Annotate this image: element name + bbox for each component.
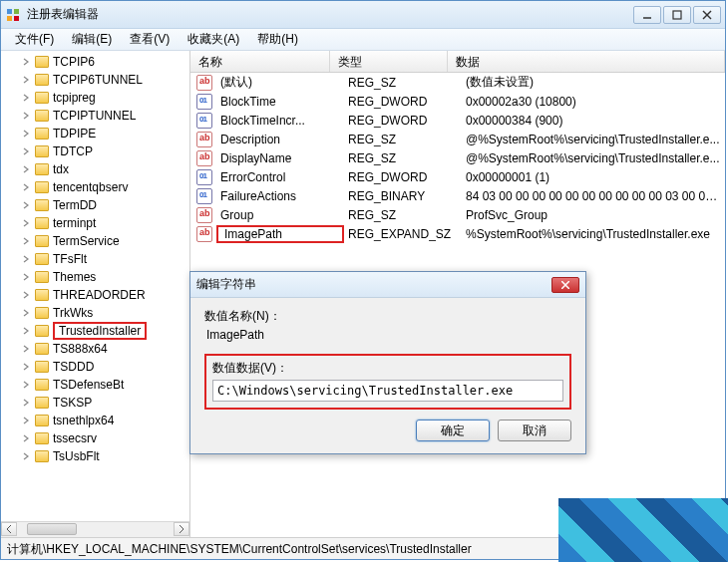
value-row[interactable]: BlockTimeREG_DWORD0x00002a30 (10800) — [190, 92, 725, 111]
tree-label: TrustedInstaller — [53, 322, 147, 340]
tree-item-trkwks[interactable]: TrkWks — [1, 304, 189, 322]
tree-item-terminpt[interactable]: terminpt — [1, 214, 189, 232]
value-data-input[interactable] — [212, 380, 563, 402]
tree-item-tdx[interactable]: tdx — [1, 160, 189, 178]
expand-arrow-icon[interactable] — [23, 218, 33, 228]
ok-button[interactable]: 确定 — [416, 420, 490, 441]
cancel-button[interactable]: 取消 — [498, 420, 571, 441]
svg-rect-3 — [14, 16, 19, 21]
menu-view[interactable]: 查看(V) — [122, 29, 178, 50]
value-data: 84 03 00 00 00 00 00 00 00 00 00 00 03 0… — [462, 189, 725, 203]
tree-item-tdpipe[interactable]: TDPIPE — [1, 125, 189, 142]
expand-arrow-icon[interactable] — [23, 182, 33, 192]
tree-item-tsddd[interactable]: TSDDD — [1, 358, 189, 376]
tree-item-tsksp[interactable]: TSKSP — [1, 394, 189, 412]
expand-arrow-icon[interactable] — [23, 146, 33, 156]
menu-help[interactable]: 帮助(H) — [249, 29, 306, 50]
value-row[interactable]: ErrorControlREG_DWORD0x00000001 (1) — [190, 167, 725, 186]
value-row[interactable]: GroupREG_SZProfSvc_Group — [190, 205, 725, 224]
tree-item-themes[interactable]: Themes — [1, 268, 189, 286]
expand-arrow-icon[interactable] — [23, 272, 33, 282]
value-name: (默认) — [216, 74, 344, 91]
string-value-icon — [196, 132, 212, 147]
string-value-icon — [196, 75, 212, 91]
expand-arrow-icon[interactable] — [23, 433, 33, 443]
value-row[interactable]: DisplayNameREG_SZ@%SystemRoot%\servicing… — [190, 148, 725, 167]
value-data: @%SystemRoot%\servicing\TrustedInstaller… — [462, 151, 725, 165]
tree-item-tencentqbserv[interactable]: tencentqbserv — [1, 178, 189, 196]
maximize-button[interactable] — [663, 6, 691, 24]
expand-arrow-icon[interactable] — [23, 344, 33, 354]
expand-arrow-icon[interactable] — [23, 75, 33, 85]
scroll-left-icon[interactable] — [1, 522, 17, 536]
expand-arrow-icon[interactable] — [23, 111, 33, 121]
tree-item-tsnethlpx64[interactable]: tsnethlpx64 — [1, 412, 189, 429]
menu-favorites[interactable]: 收藏夹(A) — [180, 29, 247, 50]
tree-panel[interactable]: TCPIP6TCPIP6TUNNELtcpipregTCPIPTUNNELTDP… — [1, 51, 190, 537]
value-type: REG_SZ — [344, 151, 462, 165]
tree-item-trustedinstaller[interactable]: TrustedInstaller — [1, 322, 189, 340]
tree-item-tssecsrv[interactable]: tssecsrv — [1, 429, 189, 447]
tree-item-tfsflt[interactable]: TFsFlt — [1, 250, 189, 268]
expand-arrow-icon[interactable] — [23, 416, 33, 425]
menu-file[interactable]: 文件(F) — [7, 29, 62, 50]
tree-item-threadorder[interactable]: THREADORDER — [1, 286, 189, 304]
scroll-thumb[interactable] — [27, 523, 77, 535]
tree-label: Themes — [53, 270, 96, 284]
expand-arrow-icon[interactable] — [23, 290, 33, 300]
expand-arrow-icon[interactable] — [23, 57, 33, 67]
value-type: REG_DWORD — [344, 95, 462, 109]
tree-item-tcpipreg[interactable]: tcpipreg — [1, 89, 189, 107]
expand-arrow-icon[interactable] — [23, 254, 33, 264]
horizontal-scrollbar[interactable] — [1, 521, 189, 537]
tree-item-tsusbflt[interactable]: TsUsbFlt — [1, 447, 189, 465]
tree-item-termdd[interactable]: TermDD — [1, 196, 189, 214]
expand-arrow-icon[interactable] — [23, 164, 33, 174]
value-row[interactable]: FailureActionsREG_BINARY84 03 00 00 00 0… — [190, 186, 725, 205]
value-name-display: ImagePath — [204, 328, 571, 344]
expand-arrow-icon[interactable] — [23, 326, 33, 336]
expand-arrow-icon[interactable] — [23, 129, 33, 139]
column-name[interactable]: 名称 — [190, 51, 330, 72]
binary-value-icon — [196, 188, 212, 204]
expand-arrow-icon[interactable] — [23, 398, 33, 408]
expand-arrow-icon[interactable] — [23, 362, 33, 372]
expand-arrow-icon[interactable] — [23, 380, 33, 390]
folder-icon — [35, 415, 49, 426]
column-type[interactable]: 类型 — [330, 51, 448, 72]
tree-item-tcpiptunnel[interactable]: TCPIPTUNNEL — [1, 107, 189, 125]
column-data[interactable]: 数据 — [448, 51, 725, 72]
folder-icon — [35, 343, 49, 355]
expand-arrow-icon[interactable] — [23, 93, 33, 103]
minimize-button[interactable] — [633, 6, 661, 24]
expand-arrow-icon[interactable] — [23, 451, 33, 461]
tree-item-tsdefensebt[interactable]: TSDefenseBt — [1, 376, 189, 394]
tree-item-ts888x64[interactable]: TS888x64 — [1, 340, 189, 358]
value-type: REG_SZ — [344, 208, 462, 222]
tree-item-tdtcp[interactable]: TDTCP — [1, 142, 189, 160]
tree-item-tcpip6tunnel[interactable]: TCPIP6TUNNEL — [1, 71, 189, 89]
expand-arrow-icon[interactable] — [23, 236, 33, 246]
value-name: Group — [216, 208, 344, 222]
string-value-icon — [196, 207, 212, 223]
titlebar[interactable]: 注册表编辑器 — [1, 1, 725, 29]
value-data: ProfSvc_Group — [462, 208, 725, 222]
dialog-titlebar[interactable]: 编辑字符串 — [190, 272, 585, 298]
scroll-right-icon[interactable] — [174, 522, 189, 536]
expand-arrow-icon[interactable] — [23, 200, 33, 210]
value-row[interactable]: DescriptionREG_SZ@%SystemRoot%\servicing… — [190, 130, 725, 148]
expand-arrow-icon[interactable] — [23, 308, 33, 318]
value-name: BlockTimeIncr... — [216, 114, 344, 128]
dialog-close-button[interactable] — [551, 277, 579, 293]
close-button[interactable] — [693, 6, 721, 24]
binary-value-icon — [196, 169, 212, 185]
menu-edit[interactable]: 编辑(E) — [64, 29, 120, 50]
svg-rect-5 — [673, 11, 681, 19]
value-row[interactable]: BlockTimeIncr...REG_DWORD0x00000384 (900… — [190, 111, 725, 130]
value-row[interactable]: (默认)REG_SZ(数值未设置) — [190, 73, 725, 92]
value-row[interactable]: ImagePathREG_EXPAND_SZ%SystemRoot%\servi… — [190, 224, 725, 243]
tree-item-tcpip6[interactable]: TCPIP6 — [1, 53, 189, 71]
value-data: 0x00000384 (900) — [462, 114, 725, 128]
folder-icon — [35, 253, 49, 265]
tree-item-termservice[interactable]: TermService — [1, 232, 189, 250]
